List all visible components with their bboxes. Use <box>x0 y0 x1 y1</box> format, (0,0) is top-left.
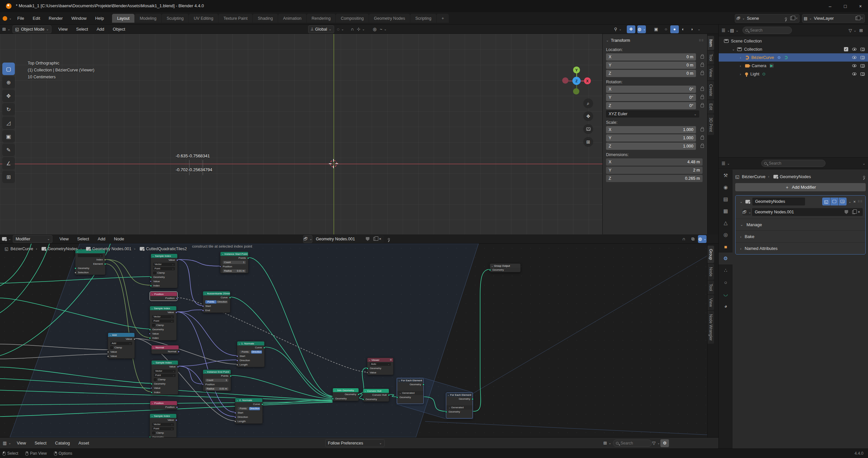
modifier-render-toggle-icon[interactable] <box>839 198 846 205</box>
disable-render-icon[interactable] <box>861 56 865 59</box>
node-sidebar-tab-node-wrangler[interactable]: Node Wrangler <box>708 311 714 344</box>
output-socket[interactable] <box>177 366 179 368</box>
visibility-checkbox[interactable]: ✓ <box>844 47 848 52</box>
node-header[interactable]: ⌄2. Normale <box>235 398 262 402</box>
output-socket[interactable] <box>388 394 390 396</box>
rotate-tool-icon[interactable]: ↻ <box>2 103 15 116</box>
node-header[interactable]: ⌄Convex Hull <box>363 389 389 393</box>
breadcrumb-item[interactable]: CuttedQuadraticTiles2 <box>146 247 187 251</box>
output-socket[interactable] <box>229 297 231 299</box>
transform-value-field[interactable]: Y1.000 <box>606 134 696 141</box>
toggle-direction[interactable]: Direction <box>217 300 228 303</box>
input-socket[interactable] <box>151 392 153 393</box>
workspace-tab-layout[interactable]: Layout <box>112 14 134 23</box>
move-tool-icon[interactable]: ✥ <box>2 90 15 102</box>
outliner-row-béziercurve[interactable]: ›BézierCurve⚙ <box>719 53 868 62</box>
menu-help[interactable]: Help <box>91 14 108 23</box>
breadcrumb-item[interactable]: GeometryNodes <box>48 247 78 251</box>
node-dropdown[interactable]: Point⌄ <box>153 267 175 270</box>
camera-view-button[interactable] <box>583 124 593 134</box>
node-position[interactable]: ⌄PositionPosition <box>150 401 177 410</box>
toggle-points[interactable]: Points <box>205 300 217 303</box>
node-header[interactable]: ⌄Instance Start Point <box>220 252 248 256</box>
input-socket[interactable] <box>362 398 364 400</box>
node-convex-hull[interactable]: ⌄Convex HullConvex HullGeometry <box>363 389 389 402</box>
transform-value-field[interactable]: Y0 m <box>606 62 696 69</box>
cursor-tool-icon[interactable]: ⊕ <box>2 76 15 89</box>
editor-type-icon[interactable]: ⊞⌄ <box>2 25 10 33</box>
menu-edit[interactable]: Edit <box>28 14 44 23</box>
input-socket[interactable] <box>149 329 151 331</box>
node-partial[interactable]: ⌄⌄IndexElementGeometrySelection <box>75 249 105 275</box>
node-header[interactable]: ⌄Group Output <box>490 264 520 268</box>
properties-tab-tool[interactable]: ⚒ <box>719 170 733 182</box>
node-checkbox[interactable] <box>152 432 155 434</box>
disable-render-icon[interactable] <box>861 72 865 76</box>
input-socket[interactable] <box>107 351 109 353</box>
workspace-tab-uv-editing[interactable]: UV Editing <box>189 14 218 23</box>
node-header[interactable]: ⌄Join Geometry <box>333 388 359 392</box>
sidebar-tab-view[interactable]: View <box>708 65 714 80</box>
properties-tab-modifiers[interactable]: ⚙ <box>719 253 733 264</box>
fake-user-shield-icon[interactable] <box>366 237 369 241</box>
expand-chevron-icon[interactable]: › <box>740 56 743 60</box>
input-socket[interactable] <box>236 364 238 366</box>
node-normal[interactable]: ⌄NormalNormal <box>151 345 179 354</box>
measure-tool-icon[interactable]: ∠ <box>2 157 15 170</box>
node-instance-start-point[interactable]: ⌄Instance Start PointPointsCount1Positio… <box>220 252 248 273</box>
input-socket[interactable] <box>150 276 152 278</box>
sidebar-tab-create[interactable]: Create <box>708 81 714 99</box>
node-sample-index[interactable]: ⌄Sample IndexValueVector⌄Point⌄ClampGeom… <box>151 360 178 395</box>
menu-window[interactable]: Window <box>67 14 91 23</box>
node-sidebar-tab-node[interactable]: Node <box>708 264 714 280</box>
panel-drag-dots[interactable]: ⠿⠿ <box>699 39 704 42</box>
add-workspace-button[interactable]: + <box>437 14 449 23</box>
snapping-icon[interactable]: ∩ <box>680 235 688 243</box>
node-sidebar-tab-group[interactable]: Group <box>708 246 714 263</box>
copy-icon[interactable] <box>790 17 793 20</box>
node-header[interactable]: ⌄Position <box>150 292 177 296</box>
properties-search[interactable] <box>761 160 826 167</box>
node-aussenkante-20mm[interactable]: ⌄Aussenkante 20mmCurvePointsDirectionSta… <box>203 291 230 313</box>
tree-name-field[interactable]: Geometry Nodes.001 × <box>313 235 384 243</box>
node-header[interactable]: ⌄For Each Element <box>446 393 472 397</box>
falloff-curve-icon[interactable]: ~⌄ <box>379 25 388 33</box>
node-menu-view[interactable]: View <box>55 235 73 243</box>
viewport-menu-select[interactable]: Select <box>72 25 92 34</box>
node-header[interactable]: ⌄Normal <box>152 346 179 349</box>
shading-material-icon[interactable]: ◐ <box>679 25 687 33</box>
workspace-tab-rendering[interactable]: Rendering <box>307 14 336 23</box>
node-sample-index[interactable]: ⌄Sample IndexValueVector⌄Point⌄ClampGeom… <box>151 254 178 288</box>
workspace-tab-scripting[interactable]: Scripting <box>410 14 436 23</box>
node-header[interactable]: ⌄Sample Index <box>150 306 176 310</box>
node-header[interactable]: ⌄1. Normale <box>237 341 264 346</box>
node-dropdown[interactable]: Add⌄ <box>111 342 132 345</box>
add-modifier-button[interactable]: ＋Add Modifier <box>735 183 866 191</box>
input-socket[interactable] <box>74 272 76 273</box>
output-socket[interactable] <box>358 393 360 395</box>
remove-icon[interactable]: × <box>861 16 863 21</box>
node-viewer[interactable]: ⌄Viewer⊙Auto⌄GeometryValue <box>367 358 394 375</box>
shading-solid-icon[interactable]: ● <box>670 25 679 33</box>
input-socket[interactable] <box>150 280 152 282</box>
modifier-editmode-toggle-icon[interactable]: ◱ <box>822 198 830 205</box>
gizmo-x-axis[interactable]: X <box>584 77 591 84</box>
output-socket[interactable] <box>261 403 263 405</box>
modifier-subpanel-bake[interactable]: ›Bake <box>736 230 865 242</box>
output-socket[interactable] <box>263 347 265 349</box>
tree-browse-icon[interactable]: 🗗⌄ <box>303 235 312 243</box>
properties-editor-type-icon[interactable]: ☰⌄ <box>721 159 730 167</box>
node-header[interactable]: ⌄Sample Index <box>152 361 178 364</box>
scene-selector[interactable]: 🗗⌄ Scene × <box>735 14 800 23</box>
properties-tab-scene[interactable]: △ <box>719 217 733 229</box>
node-header[interactable]: ⌄Position <box>150 401 177 405</box>
node-add[interactable]: ⌄AddValueAdd⌄ClampValueValue <box>108 332 135 359</box>
properties-options-chevron[interactable]: ⌄ <box>863 162 865 165</box>
node-1-normale[interactable]: ⌄1. NormaleCurvePointsDirectionStartDire… <box>237 341 265 367</box>
properties-tab-output[interactable]: ▤ <box>719 193 733 205</box>
transform-value-field[interactable]: Y2 m <box>606 167 703 174</box>
input-socket[interactable] <box>332 398 334 400</box>
snap-magnet-icon[interactable]: ∩ <box>348 25 356 33</box>
transform-value-field[interactable]: X0° <box>606 86 696 93</box>
unlink-icon[interactable]: × <box>379 237 381 241</box>
